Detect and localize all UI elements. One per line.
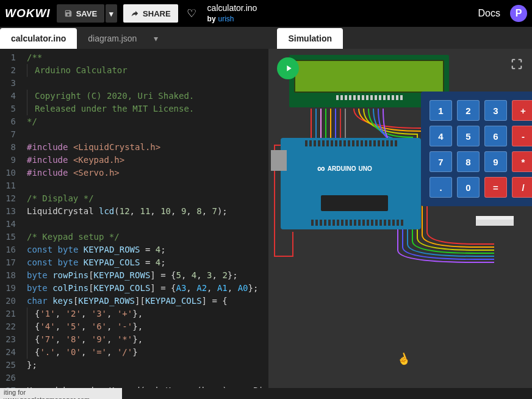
share-icon: [131, 9, 139, 18]
logo[interactable]: WOKWI: [5, 7, 51, 20]
chevron-down-icon: ▾: [109, 9, 113, 18]
line-number: 4: [0, 90, 16, 102]
arduino-label: ∞ ARDUINO UNO: [317, 162, 372, 175]
tab-calculator-ino[interactable]: calculator.ino: [0, 28, 77, 49]
code-line[interactable]: const byte KEYPAD_COLS = 4;: [27, 256, 268, 269]
code-line[interactable]: Arduino Calculator: [27, 64, 268, 77]
code-line[interactable]: LiquidCrystal lcd(12, 11, 10, 9, 8, 7);: [27, 205, 268, 218]
avatar[interactable]: P: [510, 5, 527, 22]
save-button[interactable]: SAVE: [57, 4, 104, 23]
keypad-key-*[interactable]: *: [512, 151, 532, 172]
docs-link[interactable]: Docs: [478, 8, 500, 19]
code-line[interactable]: [27, 77, 268, 90]
fullscreen-icon[interactable]: [510, 57, 523, 73]
by-label: by: [207, 15, 216, 23]
line-number: 17: [0, 256, 16, 269]
line-number: 18: [0, 269, 16, 282]
keypad-key-3[interactable]: 3: [484, 100, 507, 121]
author-link[interactable]: urish: [218, 15, 234, 23]
line-number: 20: [0, 295, 16, 307]
keypad-key-9[interactable]: 9: [484, 151, 507, 172]
usb-port: [271, 150, 287, 171]
line-number: 12: [0, 192, 16, 205]
arduino-board[interactable]: ∞ ARDUINO UNO: [281, 138, 421, 229]
line-number: 8: [0, 141, 16, 154]
line-gutter: 1234567891011121314151617181920212223242…: [0, 49, 21, 388]
line-number: 16: [0, 243, 16, 256]
project-info: calculator.ino by urish: [207, 3, 257, 24]
code-line[interactable]: {'7', '8', '9', '*'},: [27, 333, 268, 346]
code-line[interactable]: /**: [27, 51, 268, 64]
keypad-key-=[interactable]: =: [484, 177, 507, 198]
keypad-module[interactable]: 123+456-789*.0=/: [421, 92, 532, 206]
keypad-key-1[interactable]: 1: [430, 100, 452, 121]
code-area[interactable]: /**Arduino CalculatorCopyright (C) 2020,…: [21, 49, 268, 388]
keypad-key--[interactable]: -: [512, 126, 532, 146]
code-line[interactable]: Copyright (C) 2020, Uri Shaked.: [27, 90, 268, 102]
share-label: SHARE: [143, 9, 171, 18]
chevron-down-icon: ▾: [154, 34, 158, 43]
keypad-key-/[interactable]: /: [512, 177, 532, 198]
simulation-tabs: Simulation: [277, 28, 532, 49]
keypad-key-0[interactable]: 0: [457, 177, 480, 198]
code-line[interactable]: {'4', '5', '6', '-'},: [27, 320, 268, 333]
line-number: 21: [0, 307, 16, 320]
line-number: 26: [0, 372, 16, 384]
analog-pins: [311, 220, 403, 227]
code-line[interactable]: /* Keypad setup */: [27, 231, 268, 243]
main: 1234567891011121314151617181920212223242…: [0, 49, 532, 388]
code-line[interactable]: const byte KEYPAD_ROWS = 4;: [27, 243, 268, 256]
keypad-key-8[interactable]: 8: [457, 151, 480, 172]
simulation-pane[interactable]: ∞ ARDUINO UNO 123+456-789*.0=/ ☝: [268, 49, 532, 388]
code-line[interactable]: };: [27, 359, 268, 372]
code-line[interactable]: #include <Servo.h>: [27, 167, 268, 179]
code-line[interactable]: {'1', '2', '3', '+'},: [27, 307, 268, 320]
save-label: SAVE: [76, 9, 97, 18]
keypad-key-.[interactable]: .: [430, 177, 452, 198]
code-line[interactable]: [27, 179, 268, 192]
heart-icon[interactable]: ♡: [187, 7, 196, 20]
line-number: 11: [0, 179, 16, 192]
code-line[interactable]: #include <LiquidCrystal.h>: [27, 141, 268, 154]
tab-diagram-json[interactable]: diagram.json: [77, 28, 148, 49]
line-number: 9: [0, 154, 16, 167]
keypad-key-4[interactable]: 4: [430, 126, 452, 146]
project-title: calculator.ino: [207, 3, 257, 14]
code-line[interactable]: /* Display */: [27, 192, 268, 205]
tab-simulation[interactable]: Simulation: [277, 28, 343, 49]
code-line[interactable]: {'.', '0', '=', '/'}: [27, 346, 268, 359]
code-line[interactable]: [27, 128, 268, 141]
code-line[interactable]: [27, 372, 268, 384]
code-line[interactable]: [27, 218, 268, 231]
line-number: 6: [0, 115, 16, 128]
code-line[interactable]: #include <Keypad.h>: [27, 154, 268, 167]
keypad-key-6[interactable]: 6: [484, 126, 507, 146]
save-icon: [64, 9, 73, 18]
code-line[interactable]: Released under the MIT License.: [27, 102, 268, 115]
keypad-key-5[interactable]: 5: [457, 126, 480, 146]
mcu-chip: [321, 195, 388, 211]
cursor-icon: ☝: [395, 351, 412, 368]
line-number: 10: [0, 167, 16, 179]
line-number: 19: [0, 282, 16, 295]
line-number: 14: [0, 218, 16, 231]
keypad-connector: [476, 216, 514, 226]
line-number: 2: [0, 64, 16, 77]
topbar: WOKWI SAVE ▾ SHARE ♡ calculator.ino by u…: [0, 0, 532, 27]
line-number: 15: [0, 231, 16, 243]
tab-menu-button[interactable]: ▾: [148, 28, 164, 49]
code-line[interactable]: char keys[KEYPAD_ROWS][KEYPAD_COLS] = {: [27, 295, 268, 307]
code-line[interactable]: byte colPins[KEYPAD_COLS] = {A3, A2, A1,…: [27, 282, 268, 295]
line-number: 24: [0, 346, 16, 359]
share-button[interactable]: SHARE: [123, 4, 178, 23]
keypad-key-2[interactable]: 2: [457, 100, 480, 121]
digital-pins: [305, 140, 397, 148]
line-number: 5: [0, 102, 16, 115]
code-editor[interactable]: 1234567891011121314151617181920212223242…: [0, 49, 268, 388]
code-line[interactable]: byte rowPins[KEYPAD_ROWS] = {5, 4, 3, 2}…: [27, 269, 268, 282]
run-button[interactable]: [277, 57, 299, 79]
keypad-key-7[interactable]: 7: [430, 151, 452, 172]
save-dropdown-button[interactable]: ▾: [106, 4, 117, 23]
code-line[interactable]: */: [27, 115, 268, 128]
keypad-key-+[interactable]: +: [512, 100, 532, 121]
